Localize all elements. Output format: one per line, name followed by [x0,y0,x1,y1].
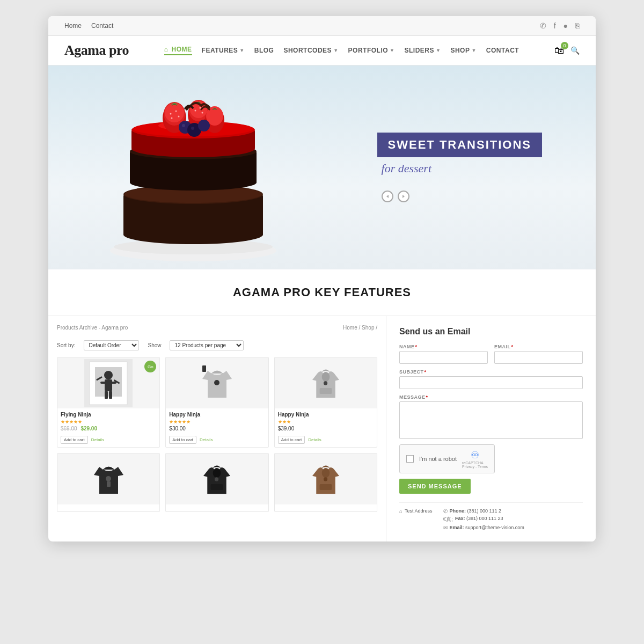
subject-input[interactable] [399,376,583,389]
product-image [57,453,159,504]
product-grid: Go Flying Ninja ★★★★★ $69.00 $29.00 Add … [57,357,377,512]
nav-item-shop[interactable]: SHOP ▼ [450,47,476,54]
top-bar-icons: ✆ f ● ⎘ [540,21,580,30]
name-input[interactable] [399,351,488,364]
svg-point-18 [175,111,177,112]
svg-point-26 [202,112,203,114]
product-info [57,504,159,511]
facebook-icon[interactable]: f [554,21,556,30]
captcha-checkbox[interactable] [406,455,414,463]
top-bar-links: Home Contact [64,22,113,30]
svg-rect-54 [319,388,332,394]
svg-point-43 [104,371,113,379]
shop-filters: Sort by: Default Order Show 12 Products … [57,340,377,350]
product-stars: ★★★★★ [169,419,265,425]
address-text: Test Address [405,508,433,514]
nav-item-sliders[interactable]: SLIDERS ▼ [404,47,441,54]
nav-item-home[interactable]: ⌂ HOME [164,46,192,55]
product-image [275,357,377,408]
phone-icon: ✆ [443,508,448,514]
nav-item-blog[interactable]: BLOG [254,47,274,54]
nav-item-portfolio[interactable]: PORTFOLIO ▼ [348,47,395,54]
main-nav: ⌂ HOME FEATURES ▼ BLOG SHORTCODES ▼ PORT… [164,46,519,55]
nav-item-features[interactable]: FEATURES ▼ [202,47,245,54]
svg-point-56 [106,476,111,481]
message-label: MESSAGE* [399,394,583,400]
required-mark: * [426,394,428,400]
details-button[interactable]: Details [91,436,104,444]
address-info: ⌂ Test Address [399,508,433,531]
send-message-button[interactable]: SEND MESSAGE [399,479,471,494]
search-icon[interactable]: 🔍 [570,46,580,55]
message-row: MESSAGE* [399,394,583,439]
slider-prev-dot[interactable] [382,191,393,202]
name-field-group: NAME* [399,344,488,364]
required-mark: * [425,369,427,375]
svg-point-33 [198,120,210,131]
home-icon: ⌂ [164,46,169,53]
svg-point-25 [200,107,201,109]
cart-badge: 0 [561,42,568,49]
svg-point-58 [213,468,221,478]
product-stars: ★★★ [278,419,374,425]
top-bar-contact-link[interactable]: Contact [91,22,113,30]
sort-select[interactable]: Default Order [84,340,139,350]
hero-slider: SWEET TRANSITIONS for dessert [48,65,596,269]
recaptcha-icon: ♾ [471,449,479,461]
section-title: AGAMA PRO KEY FEATURES [59,286,585,299]
recaptcha-logo: ♾ reCAPTCHAPrivacy - Terms [462,449,488,469]
product-actions: Add to cart Details [166,434,268,447]
product-card [57,453,160,512]
add-to-cart-button[interactable]: Add to cart [278,436,305,444]
phone-icon[interactable]: ✆ [540,21,546,30]
product-actions: Add to cart Details [57,434,159,447]
top-bar-home-link[interactable]: Home [64,22,82,30]
email-field-group: EMAIL* [494,344,583,364]
svg-marker-39 [402,195,405,198]
hoodie-brown-svg [312,460,339,498]
email-input[interactable] [494,351,583,364]
product-name: Happy Ninja [169,412,265,418]
nav-item-shortcodes[interactable]: SHORTCODES ▼ [283,47,338,54]
product-info: Flying Ninja ★★★★★ $69.00 $29.00 [57,408,159,434]
product-info: Happy Ninja ★★★★★ $30.00 [166,408,268,434]
contact-title: Send us an Email [399,327,583,336]
add-to-cart-button[interactable]: Add to cart [169,436,196,444]
hero-title: SWEET TRANSITIONS [377,133,542,157]
bottom-panels: Products Archive - Agama pro Home / Shop… [48,316,596,541]
subject-row: SUBJECT* [399,369,583,389]
details-button[interactable]: Details [200,436,213,444]
message-textarea[interactable] [399,401,583,439]
rss-icon[interactable]: ⎘ [575,21,580,30]
add-to-cart-button[interactable]: Add to cart [61,436,88,444]
svg-point-60 [215,477,218,481]
show-select[interactable]: 12 Products per page [170,340,244,350]
fax-icon: €真; [443,516,453,523]
phone-text: Phone: (381) 000 111 2 [450,508,502,514]
contact-panel: Send us an Email NAME* EMAIL* [386,316,596,541]
svg-point-24 [195,110,196,112]
price-value: $30.00 [169,426,186,431]
svg-point-53 [322,372,330,382]
show-label: Show [148,342,161,348]
svg-point-20 [171,118,173,119]
svg-rect-59 [211,484,223,490]
browser-window: Home Contact ✆ f ● ⎘ Agama pro ⌂ HOME FE… [48,16,596,541]
details-button[interactable]: Details [308,436,321,444]
svg-marker-38 [386,195,389,198]
product-info [275,504,377,511]
slider-next-dot[interactable] [398,191,409,202]
captcha-label: I'm not a robot [419,456,457,462]
subject-label: SUBJECT* [399,369,583,375]
hoodie-gray-svg [312,364,339,402]
cart-button[interactable]: 🛍 0 [554,45,564,56]
name-label: NAME* [399,344,488,349]
hero-subtitle: for dessert [377,162,432,175]
home-icon: ⌂ [399,508,402,514]
chevron-down-icon: ▼ [436,48,441,53]
nav-item-contact[interactable]: CONTACT [486,47,519,54]
globe-icon[interactable]: ● [564,21,568,30]
chevron-down-icon: ▼ [390,48,394,53]
svg-point-30 [182,124,185,127]
svg-rect-57 [107,481,111,487]
